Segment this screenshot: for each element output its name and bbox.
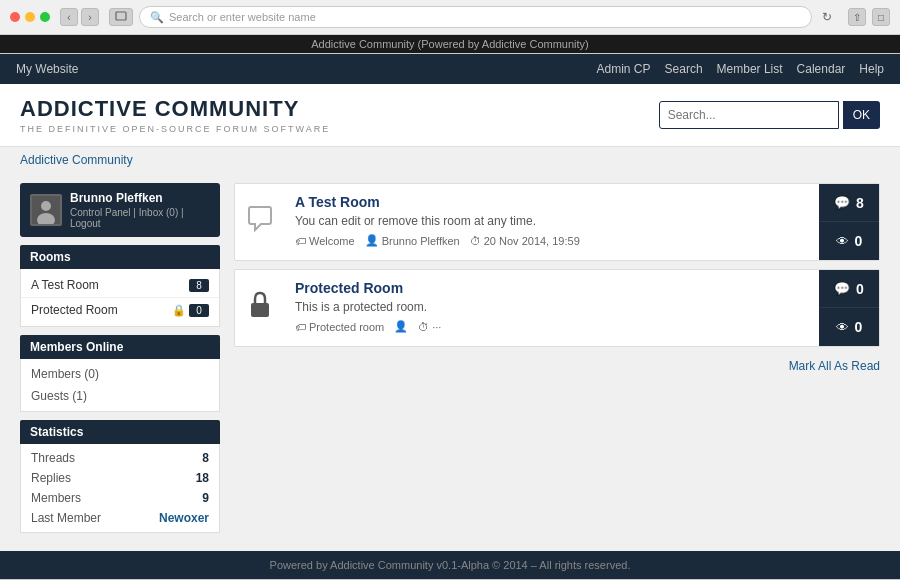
room-stat-messages-1: 💬 8 [819,184,879,222]
main-content: A Test Room You can edit or remove this … [234,183,880,541]
sidebar-rooms-content: A Test Room 8 Protected Room 🔒 0 [20,269,220,327]
sidebar-members-section: Members Online Members (0) Guests (1) [20,335,220,412]
stat-last-member: Last Member Newoxer [21,508,219,528]
room-desc-2: This is a protected room. [295,300,809,314]
message-icon-2: 💬 [834,281,850,296]
nav-search[interactable]: Search [665,62,703,76]
sidebar-room-test[interactable]: A Test Room 8 [21,273,219,298]
stat-replies: Replies 18 [21,468,219,488]
stat-replies-val: 18 [196,471,209,485]
sidebar-members-header: Members Online [20,335,220,359]
stat-threads: Threads 8 [21,448,219,468]
minimize-button[interactable] [25,12,35,22]
stat-members-val: 9 [202,491,209,505]
room-tag-icon-2: 🏷 Protected room [295,321,384,333]
message-icon: 💬 [834,195,850,210]
sidebar: Brunno Pleffken Control Panel | Inbox (0… [20,183,220,541]
site-wrapper: ADDICTIVE COMMUNITY THE DEFINITIVE OPEN-… [0,84,900,551]
logo-title: ADDICTIVE COMMUNITY [20,96,330,122]
avatar [30,194,62,226]
protected-lock-icon [247,291,273,325]
room-name-2[interactable]: Protected Room [295,280,809,296]
browser-title: Addictive Community (Powered by Addictiv… [311,38,589,50]
room-stat-views-1: 👁 0 [819,222,879,260]
site-footer: Powered by Addictive Community v0.1-Alph… [0,551,900,579]
room-card-1: A Test Room You can edit or remove this … [234,183,880,261]
room-date-icon: ⏱ 20 Nov 2014, 19:59 [470,235,580,247]
room-name-1[interactable]: A Test Room [295,194,809,210]
sidebar-room-protected[interactable]: Protected Room 🔒 0 [21,298,219,322]
room-tag-icon: 🏷 Welcome [295,235,355,247]
chat-icon [245,204,275,240]
logo-subtitle: THE DEFINITIVE OPEN-SOURCE FORUM SOFTWAR… [20,124,330,134]
site-logo: ADDICTIVE COMMUNITY THE DEFINITIVE OPEN-… [20,96,330,134]
header-search: OK [659,101,880,129]
room-meta-more: ⏱ ··· [418,321,441,333]
site-title-bar: Addictive Community (Powered by Addictiv… [0,35,900,53]
stat-threads-val: 8 [202,451,209,465]
room-user-icon-2: 👤 [394,320,408,333]
nav-admin-cp[interactable]: Admin CP [597,62,651,76]
sidebar-rooms-section: Rooms A Test Room 8 Protected Room 🔒 0 [20,245,220,327]
nav-help[interactable]: Help [859,62,884,76]
address-text: Search or enter website name [169,11,316,23]
sidebar-members-count: Members (0) [21,363,219,385]
back-button[interactable]: ‹ [60,8,78,26]
site-header: ADDICTIVE COMMUNITY THE DEFINITIVE OPEN-… [0,84,900,147]
room-info-1: A Test Room You can edit or remove this … [285,184,819,260]
room-view-count-2: 0 [855,319,863,335]
room-card-2: Protected Room This is a protected room.… [234,269,880,347]
address-bar[interactable]: 🔍 Search or enter website name [139,6,812,28]
sidebar-room-badge-1: 8 [189,279,209,292]
stat-members: Members 9 [21,488,219,508]
search-input[interactable] [659,101,839,129]
sidebar-stats-content: Threads 8 Replies 18 Members 9 Last Memb… [20,444,220,533]
share-button[interactable]: ⇧ [848,8,866,26]
svg-rect-4 [251,303,269,317]
room-view-count-1: 0 [855,233,863,249]
refresh-button[interactable]: ↻ [818,8,836,26]
user-info: Brunno Pleffken Control Panel | Inbox (0… [70,191,210,229]
room-desc-1: You can edit or remove this room at any … [295,214,809,228]
mark-read-link[interactable]: Mark All As Read [789,359,880,373]
sidebar-room-name-1: A Test Room [31,278,99,292]
forward-button[interactable]: › [81,8,99,26]
room-user-icon: 👤 Brunno Pleffken [365,234,460,247]
footer-text: Powered by Addictive Community v0.1-Alph… [270,559,631,571]
svg-point-2 [41,201,51,211]
sidebar-stats-section: Statistics Threads 8 Replies 18 Members … [20,420,220,533]
maximize-button[interactable] [40,12,50,22]
sidebar-room-name-2: Protected Room [31,303,118,317]
new-tab-button[interactable]: □ [872,8,890,26]
stat-threads-label: Threads [31,451,75,465]
stat-last-member-val[interactable]: Newoxer [159,511,209,525]
room-info-2: Protected Room This is a protected room.… [285,270,819,346]
mark-read: Mark All As Read [234,355,880,377]
room-stats-2: 💬 0 👁 0 [819,270,879,346]
room-message-count-2: 0 [856,281,864,297]
sidebar-rooms-header: Rooms [20,245,220,269]
sidebar-room-badge-2: 0 [189,304,209,317]
eye-icon-2: 👁 [836,320,849,335]
close-button[interactable] [10,12,20,22]
user-name: Brunno Pleffken [70,191,210,205]
content-layout: Brunno Pleffken Control Panel | Inbox (0… [0,173,900,551]
room-stats-1: 💬 8 👁 0 [819,184,879,260]
sidebar-guests-count: Guests (1) [21,385,219,407]
room-icon-1 [235,184,285,260]
sidebar-stats-header: Statistics [20,420,220,444]
tab-button[interactable] [109,8,133,26]
user-panel: Brunno Pleffken Control Panel | Inbox (0… [20,183,220,237]
nav-brand: My Website [16,62,597,76]
nav-links: Admin CP Search Member List Calendar Hel… [597,62,884,76]
nav-calendar[interactable]: Calendar [797,62,846,76]
user-links: Control Panel | Inbox (0) | Logout [70,207,210,229]
stat-members-label: Members [31,491,81,505]
room-stat-views-2: 👁 0 [819,308,879,346]
room-meta-1: 🏷 Welcome 👤 Brunno Pleffken ⏱ 20 Nov 201… [295,234,809,247]
nav-member-list[interactable]: Member List [717,62,783,76]
stat-last-member-label: Last Member [31,511,101,525]
eye-icon: 👁 [836,234,849,249]
breadcrumb-link[interactable]: Addictive Community [20,153,133,167]
search-button[interactable]: OK [843,101,880,129]
